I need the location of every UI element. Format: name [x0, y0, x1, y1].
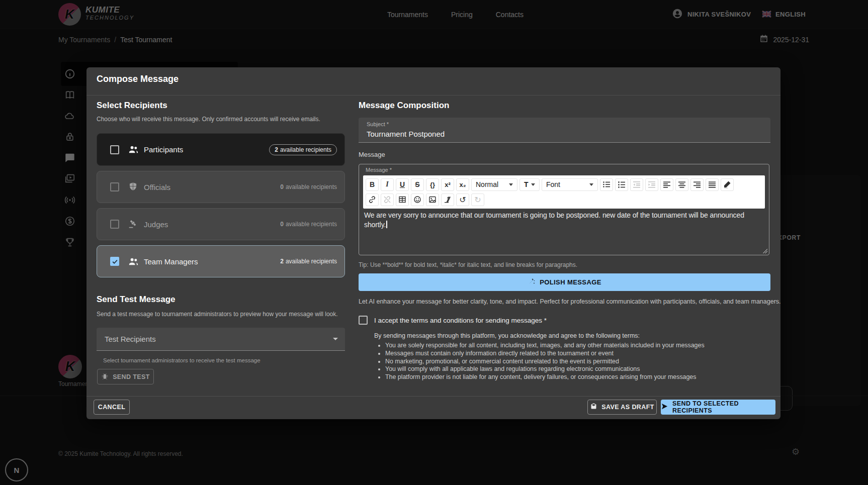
- select-recipients-heading: Select Recipients: [97, 101, 167, 111]
- outdent-icon[interactable]: [630, 178, 643, 191]
- insert-image-icon[interactable]: [426, 193, 439, 206]
- editor-toolbar: B I U S {} x² x₂ Normal T Font: [363, 175, 765, 209]
- group-label: Team Managers: [144, 257, 198, 266]
- send-to-recipients-button[interactable]: SEND TO SELECTED RECIPIENTS: [661, 400, 775, 415]
- officials-checkbox: [110, 182, 119, 191]
- count-number: 0: [280, 183, 284, 190]
- send-test-label: SEND TEST: [113, 373, 150, 380]
- magic-wand-icon: [528, 277, 536, 287]
- text-color-select[interactable]: T: [519, 178, 540, 191]
- terms-item: You will comply with all applicable laws…: [385, 365, 705, 373]
- count-text: available recipients: [286, 258, 337, 265]
- clear-format-icon[interactable]: [441, 193, 454, 206]
- align-right-icon[interactable]: [690, 178, 704, 191]
- terms-item: Messages must contain only information d…: [385, 350, 705, 358]
- unlink-icon[interactable]: [381, 193, 394, 206]
- numbered-list-icon[interactable]: [615, 178, 628, 191]
- send-label: SEND TO SELECTED RECIPIENTS: [672, 400, 775, 414]
- message-body[interactable]: We are very sorry to announce that our t…: [364, 211, 764, 230]
- redo-icon[interactable]: [471, 193, 484, 206]
- count-number: 2: [280, 258, 284, 265]
- composition-heading: Message Composition: [359, 101, 449, 111]
- recipient-count: 2 available recipients: [280, 258, 337, 265]
- paper-plane-icon: [661, 403, 668, 412]
- font-select[interactable]: Font: [542, 178, 598, 191]
- shield-icon: [128, 181, 139, 193]
- count-text: available recipients: [286, 221, 337, 228]
- message-editor[interactable]: Message * B I U S {} x² x₂ Normal T: [359, 164, 769, 255]
- send-test-subtitle: Send a test message to tournament admini…: [97, 311, 338, 318]
- polish-label: POLISH MESSAGE: [540, 278, 601, 286]
- dialog-title: Compose Message: [97, 74, 179, 84]
- team-managers-checkbox[interactable]: [110, 257, 119, 266]
- terms-checkbox[interactable]: [359, 316, 368, 325]
- recipient-group-officials: Officials 0 available recipients: [97, 171, 345, 203]
- title-divider: [86, 95, 780, 95]
- chevron-down-icon: [333, 338, 338, 340]
- strikethrough-button[interactable]: S: [411, 178, 424, 191]
- terms-intro: By sending messages through this platfor…: [374, 332, 640, 339]
- message-field-label: Message *: [366, 167, 392, 173]
- recipient-group-judges: Judges 0 available recipients: [97, 208, 345, 240]
- count-text: available recipients: [286, 183, 337, 190]
- indent-icon[interactable]: [645, 178, 658, 191]
- message-text: We are very sorry to announce that our t…: [364, 211, 744, 229]
- test-recipients-select[interactable]: Test Recipients: [97, 328, 345, 351]
- paragraph-style-value: Normal: [476, 180, 498, 188]
- align-center-icon[interactable]: [675, 178, 688, 191]
- count-number: 0: [280, 221, 284, 228]
- bold-button[interactable]: B: [366, 178, 379, 191]
- highlight-pen-icon[interactable]: [721, 178, 734, 191]
- text-cursor: [386, 221, 387, 228]
- link-icon[interactable]: [366, 193, 379, 206]
- group-label: Participants: [144, 145, 183, 154]
- subject-label: Subject *: [367, 121, 389, 127]
- select-recipients-subtitle: Choose who will receive this message. On…: [97, 116, 320, 123]
- resize-handle[interactable]: [763, 249, 767, 253]
- recipient-group-participants[interactable]: Participants 2 available recipients: [97, 133, 345, 166]
- compose-message-dialog: Compose Message Select Recipients Choose…: [86, 67, 780, 419]
- terms-item: The platform provider is not liable for …: [385, 373, 705, 381]
- align-justify-icon[interactable]: [706, 178, 719, 191]
- save-draft-label: SAVE AS DRAFT: [601, 404, 654, 411]
- insert-table-icon[interactable]: [396, 193, 409, 206]
- send-test-button[interactable]: SEND TEST: [97, 369, 154, 384]
- cancel-button[interactable]: CANCEL: [94, 400, 130, 415]
- recipient-count: 0 available recipients: [280, 183, 337, 190]
- superscript-button[interactable]: x²: [441, 178, 454, 191]
- send-test-heading: Send Test Message: [97, 295, 176, 305]
- subject-field[interactable]: Subject * Tournament Postponed: [359, 118, 770, 143]
- judges-checkbox: [110, 220, 119, 229]
- draft-icon: [590, 403, 597, 412]
- group-label: Officials: [144, 183, 170, 191]
- message-label: Message: [359, 151, 385, 158]
- undo-icon[interactable]: [456, 193, 469, 206]
- people-icon: [128, 144, 139, 155]
- emoji-icon[interactable]: [411, 193, 424, 206]
- select-label: Test Recipients: [105, 335, 156, 343]
- recipient-group-team-managers[interactable]: Team Managers 2 available recipients: [97, 245, 345, 277]
- count-number: 2: [275, 146, 278, 153]
- bullet-list-icon[interactable]: [600, 178, 613, 191]
- chevron-down-icon: [509, 183, 513, 186]
- terms-item: You are solely responsible for all conte…: [385, 342, 705, 350]
- italic-button[interactable]: I: [381, 178, 394, 191]
- chevron-down-icon: [531, 183, 535, 186]
- text-color-value: T: [524, 180, 529, 188]
- save-as-draft-button[interactable]: SAVE AS DRAFT: [587, 400, 657, 415]
- recipient-count: 0 available recipients: [280, 221, 337, 228]
- gavel-icon: [128, 219, 139, 230]
- formatting-tip: Tip: Use **bold** for bold text, *italic…: [359, 261, 577, 268]
- paragraph-style-select[interactable]: Normal: [471, 178, 517, 191]
- underline-button[interactable]: U: [396, 178, 409, 191]
- participants-checkbox[interactable]: [110, 145, 119, 154]
- align-left-icon[interactable]: [660, 178, 673, 191]
- footer-divider: [86, 396, 780, 397]
- code-button[interactable]: {}: [426, 178, 439, 191]
- bug-icon: [101, 372, 109, 381]
- terms-list: You are solely responsible for all conte…: [377, 342, 705, 381]
- polish-message-button[interactable]: POLISH MESSAGE: [359, 273, 770, 291]
- terms-item: No marketing, promotional, or commercial…: [385, 358, 705, 366]
- recipient-count-badge: 2 available recipients: [269, 144, 337, 155]
- subscript-button[interactable]: x₂: [456, 178, 469, 191]
